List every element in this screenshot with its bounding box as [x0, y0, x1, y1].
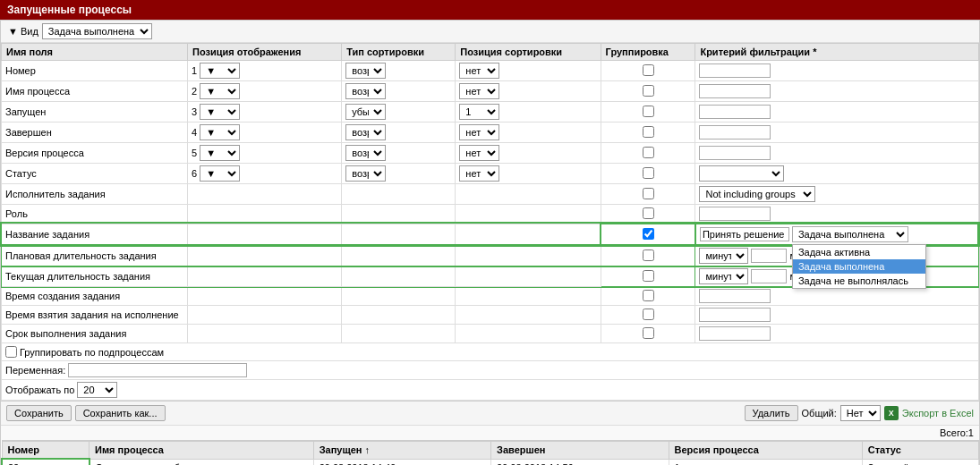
variable-row: Переменная:	[2, 361, 979, 380]
field-name: Время взятия задания на исполнение	[2, 306, 188, 325]
sort-pos-select-6[interactable]: нет	[459, 165, 499, 182]
variable-input[interactable]	[68, 363, 247, 377]
sort-type-select-5[interactable]: возр	[345, 145, 386, 161]
table-row: Запущен 3▼ убыввозр 1нет	[2, 102, 979, 123]
result-col-version: Версия процесса	[669, 441, 862, 459]
table-row: Исполнитель задания Not including groups	[2, 184, 979, 205]
result-col-number: Номер	[2, 441, 89, 459]
sort-type-select-6[interactable]: возр	[345, 165, 386, 182]
filter-input-8[interactable]	[699, 207, 771, 221]
not-including-groups-select[interactable]: Not including groups	[699, 186, 815, 202]
group-checkbox-2[interactable]	[643, 85, 654, 97]
display-count-select[interactable]: 201050100	[77, 382, 117, 398]
sort-type-select-4[interactable]: возр	[345, 124, 386, 140]
table-row: Роль	[2, 205, 979, 224]
sort-type-select-1[interactable]: возрубыв	[345, 63, 386, 79]
main-container: Запущенные процессы ▼ Вид Задача выполне…	[0, 0, 980, 465]
field-name: Текущая длительность задания	[2, 266, 188, 287]
save-button[interactable]: Сохранить	[6, 405, 72, 421]
sort-pos-select-3[interactable]: 1нет	[459, 104, 499, 120]
field-name: Название задания	[2, 224, 188, 245]
display-pos-select-2[interactable]: ▼	[200, 83, 240, 99]
result-col-status: Статус	[862, 441, 978, 459]
sort-pos-cell: нет1	[456, 61, 601, 81]
field-name: Срок выполнения задания	[2, 325, 188, 343]
sort-pos-select-5[interactable]: нет	[459, 145, 499, 161]
view-select[interactable]: Задача выполнена	[42, 23, 152, 39]
excel-icon: X	[884, 406, 899, 420]
display-row: Отображать по 201050100	[2, 380, 979, 401]
task-status-select[interactable]: Задача выполнена	[792, 226, 908, 242]
sort-pos-select-2[interactable]: нет	[459, 83, 499, 99]
filter-input-13[interactable]	[699, 308, 771, 322]
sort-pos-select-4[interactable]: нет	[459, 124, 499, 140]
filter-input-5[interactable]	[699, 146, 771, 160]
filter-cell-task-name: Задача выполнена Задача активна Задача в…	[695, 224, 978, 245]
table-row: Версия процесса 5▼ возр нет	[2, 143, 979, 164]
export-label: Экспорт в Excel	[902, 408, 974, 418]
total-bar-top: Всего:1	[1, 425, 979, 440]
current-min-input[interactable]	[751, 269, 787, 283]
filter-input-2[interactable]	[699, 84, 771, 98]
field-name: Время создания задания	[2, 287, 188, 306]
filter-input-14[interactable]	[699, 326, 771, 341]
display-pos-select-5[interactable]: ▼	[200, 145, 240, 161]
group-checkbox-1[interactable]	[643, 64, 654, 76]
export-button[interactable]: X Экспорт в Excel	[884, 406, 974, 420]
group-subprocess-text: Группировать по подпроцессам	[20, 347, 164, 358]
group-checkbox-6[interactable]	[643, 167, 654, 179]
group-subprocess-row: Группировать по подпроцессам	[2, 343, 979, 361]
group-checkbox-8[interactable]	[643, 207, 654, 219]
col-header-sort-pos: Позиция сортировки	[456, 44, 601, 61]
group-subprocess-label[interactable]: Группировать по подпроцессам	[5, 346, 975, 358]
display-label: Отображать по	[5, 385, 74, 395]
group-subprocess-checkbox[interactable]	[5, 346, 17, 358]
table-row: Срок выполнения задания	[2, 325, 979, 343]
result-row: 32 Сверхурочная работа 29.08.2018 14:49 …	[2, 459, 979, 465]
sort-pos-select-1[interactable]: нет1	[459, 63, 499, 79]
current-unit-select[interactable]: минута	[699, 268, 748, 284]
task-status-option-active[interactable]: Задача активна	[793, 245, 925, 259]
status-filter-select[interactable]	[699, 165, 784, 182]
table-row: Имя процесса 2▼ возр нет	[2, 81, 979, 102]
filter-input-1[interactable]	[699, 63, 771, 78]
variable-cell: Переменная:	[2, 361, 979, 380]
group-checkbox-13[interactable]	[643, 309, 654, 320]
display-pos-select-6[interactable]: ▼	[200, 165, 240, 182]
field-name: Запущен	[2, 102, 188, 123]
display-pos-select-4[interactable]: ▼	[200, 124, 240, 140]
group-checkbox-7[interactable]	[643, 188, 654, 199]
planned-unit-select[interactable]: минута	[699, 248, 748, 264]
task-status-option-completed[interactable]: Задача выполнена	[793, 259, 925, 274]
action-bar: Сохранить Сохранить как... Удалить Общий…	[1, 401, 979, 425]
display-cell: Отображать по 201050100	[2, 380, 979, 401]
view-bar: ▼ Вид Задача выполнена	[1, 21, 979, 43]
save-as-button[interactable]: Сохранить как...	[75, 405, 166, 421]
group-checkbox-3[interactable]	[643, 106, 654, 117]
variable-label: Переменная:	[5, 365, 65, 376]
sort-type-select-2[interactable]: возр	[345, 83, 386, 99]
table-row-task-name: Название задания Задача выполнена	[2, 224, 979, 245]
group-checkbox-5[interactable]	[643, 147, 654, 158]
common-label: Общий:	[802, 408, 837, 418]
filter-input-4[interactable]	[699, 125, 771, 140]
group-checkbox-14[interactable]	[643, 327, 654, 339]
task-name-filter-input[interactable]	[700, 227, 789, 241]
delete-button[interactable]: Удалить	[745, 405, 798, 421]
display-pos-select-3[interactable]: ▼	[200, 104, 240, 120]
planned-min-input[interactable]	[751, 249, 787, 263]
filter-input-3[interactable]	[699, 105, 771, 119]
filter-input-12[interactable]	[699, 289, 771, 303]
field-name: Имя процесса	[2, 81, 188, 102]
sort-type-select-3[interactable]: убыввозр	[345, 104, 386, 120]
result-col-started: Запущен ↑	[313, 441, 490, 459]
group-checkbox-4[interactable]	[643, 126, 654, 138]
display-pos-select-1[interactable]: ▼	[200, 63, 240, 79]
group-checkbox-12[interactable]	[643, 290, 654, 301]
group-checkbox-10[interactable]	[643, 249, 654, 261]
group-checkbox-11[interactable]	[643, 270, 654, 282]
task-status-option-not-completed[interactable]: Задача не выполнялась	[793, 274, 925, 288]
group-checkbox-9[interactable]	[643, 228, 654, 240]
result-col-finished: Завершен	[491, 441, 669, 459]
common-select[interactable]: НетДа	[840, 405, 881, 421]
